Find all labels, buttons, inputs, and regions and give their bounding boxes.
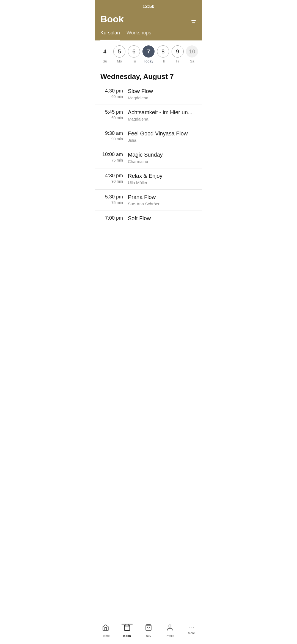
class-item-prana-flow[interactable]: 5:30 pm 75 min Prana Flow Sue-Ana Schröe… bbox=[95, 190, 202, 211]
date-heading: Wednesday, August 7 bbox=[95, 66, 202, 84]
class-info: Relax & Enjoy Ulla Möller bbox=[128, 173, 197, 185]
class-time: 4:30 pm 90 min bbox=[100, 173, 128, 184]
class-info: Slow Flow Magdalena bbox=[128, 88, 197, 100]
class-info: Achtsamkeit - im Hier un... Magdalena bbox=[128, 109, 197, 121]
day-number: 9 bbox=[172, 45, 184, 58]
class-item-soft-flow[interactable]: 7:00 pm Soft Flow bbox=[95, 211, 202, 227]
calendar-day-6[interactable]: 6 Tu bbox=[127, 45, 141, 63]
header: Book bbox=[95, 12, 202, 27]
page-title: Book bbox=[100, 14, 124, 27]
calendar-day-8[interactable]: 8 Th bbox=[156, 45, 170, 63]
day-number: 4 bbox=[99, 45, 111, 58]
class-time: 5:30 pm 75 min bbox=[100, 194, 128, 205]
tab-workshops[interactable]: Workshops bbox=[127, 27, 151, 40]
class-item-achtsamkeit[interactable]: 5:45 pm 60 min Achtsamkeit - im Hier un.… bbox=[95, 105, 202, 126]
class-time: 9:30 am 90 min bbox=[100, 130, 128, 141]
status-bar: 12:50 bbox=[95, 0, 202, 12]
calendar-day-10[interactable]: 10 Sa bbox=[185, 45, 199, 63]
day-label: Sa bbox=[190, 59, 194, 63]
class-time: 7:00 pm bbox=[100, 215, 128, 222]
calendar-day-9[interactable]: 9 Fr bbox=[171, 45, 184, 63]
class-info: Prana Flow Sue-Ana Schröer bbox=[128, 194, 197, 206]
tab-kursplan[interactable]: Kursplan bbox=[100, 27, 120, 40]
calendar-strip: 4 Su 5 Mo 6 Tu 7 Today 8 Th 9 Fr 10 Sa bbox=[95, 40, 202, 66]
day-label: Fr bbox=[176, 59, 179, 63]
class-time: 10:00 am 75 min bbox=[100, 152, 128, 162]
class-info: Soft Flow bbox=[128, 215, 197, 223]
class-time: 5:45 pm 60 min bbox=[100, 109, 128, 120]
day-number: 8 bbox=[157, 45, 169, 58]
class-item-feel-good[interactable]: 9:30 am 90 min Feel Good Vinyasa Flow Ju… bbox=[95, 126, 202, 147]
class-list: 4:30 pm 60 min Slow Flow Magdalena 5:45 … bbox=[95, 84, 202, 255]
filter-icon[interactable] bbox=[191, 19, 197, 23]
class-item-relax-enjoy[interactable]: 4:30 pm 90 min Relax & Enjoy Ulla Möller bbox=[95, 168, 202, 190]
day-label: Tu bbox=[132, 59, 136, 63]
calendar-day-4[interactable]: 4 Su bbox=[98, 45, 111, 63]
class-info: Feel Good Vinyasa Flow Julia bbox=[128, 130, 197, 143]
calendar-day-7-today[interactable]: 7 Today bbox=[142, 45, 155, 63]
calendar-day-5[interactable]: 5 Mo bbox=[113, 45, 126, 63]
class-info: Magic Sunday Charmaine bbox=[128, 152, 197, 164]
day-number: 6 bbox=[128, 45, 140, 58]
day-label: Th bbox=[161, 59, 165, 63]
day-number: 7 bbox=[142, 45, 155, 58]
tab-bar: Kursplan Workshops bbox=[95, 27, 202, 40]
class-item-magic-sunday[interactable]: 10:00 am 75 min Magic Sunday Charmaine bbox=[95, 147, 202, 168]
class-time: 4:30 pm 60 min bbox=[100, 88, 128, 99]
status-time: 12:50 bbox=[142, 4, 154, 9]
class-item-slow-flow[interactable]: 4:30 pm 60 min Slow Flow Magdalena bbox=[95, 84, 202, 105]
day-label: Su bbox=[103, 59, 107, 63]
day-number: 10 bbox=[186, 45, 198, 58]
day-number: 5 bbox=[113, 45, 125, 58]
day-label: Mo bbox=[117, 59, 122, 63]
day-label: Today bbox=[144, 59, 153, 63]
